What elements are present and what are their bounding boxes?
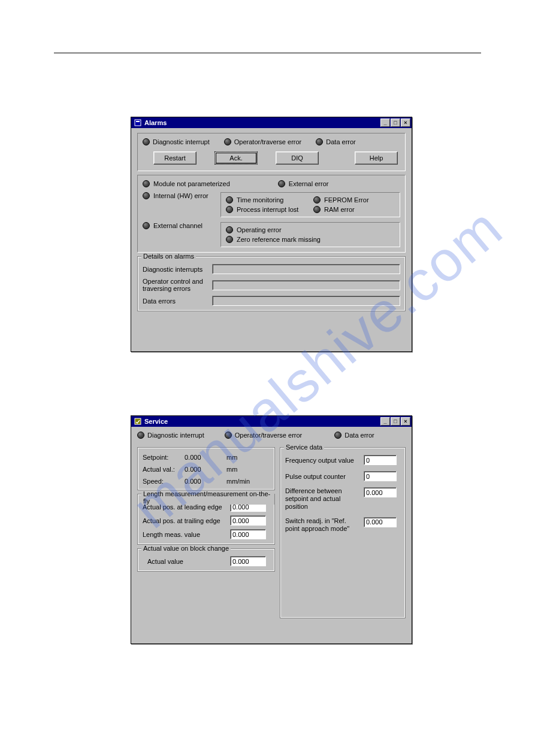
- field-diag-interrupts: [212, 264, 400, 274]
- details-on-alarms-group: Details on alarms Diagnostic interrupts …: [137, 256, 406, 311]
- minimize-button[interactable]: _: [380, 417, 390, 426]
- service-data-title: Service data: [284, 444, 324, 451]
- label-external-error: External error: [289, 180, 329, 187]
- led-internal-hw: [143, 192, 150, 199]
- field-trailing-edge[interactable]: 0.000: [230, 515, 266, 526]
- led-process-int-lost: [226, 206, 233, 213]
- svc-label-diagnostic-interrupt: Diagnostic interrupt: [147, 432, 204, 439]
- label-data-error: Data error: [326, 138, 356, 145]
- minimize-button[interactable]: _: [380, 119, 390, 127]
- led-zero-ref: [226, 236, 233, 243]
- length-group-title: Length measurement/measurement on-the-fl…: [141, 490, 274, 505]
- svc-led-data-error: [334, 432, 341, 439]
- unit-actual-val: mm: [226, 466, 256, 473]
- label-process-int-lost: Process interrupt lost: [237, 206, 298, 213]
- led-external-channel: [143, 222, 150, 229]
- alarms-title-text: Alarms: [144, 119, 380, 126]
- label-diff-setpoint: Difference between setpoint and actual p…: [285, 487, 360, 511]
- field-block-actual[interactable]: 0.000: [230, 556, 266, 566]
- unit-setpoint: mm: [226, 454, 256, 461]
- service-dialog: Service _ □ × Diagnostic interrupt Opera…: [131, 415, 412, 644]
- label-diag-interrupts: Diagnostic interrupts: [143, 266, 208, 273]
- restart-button[interactable]: Restart: [153, 151, 197, 165]
- led-feprom: [313, 196, 321, 204]
- field-diff-setpoint[interactable]: 0.000: [364, 487, 397, 497]
- close-button[interactable]: ×: [401, 119, 410, 127]
- alarms-status-section: Module not parameterized External error …: [137, 175, 406, 253]
- label-actual-val: Actual val.:: [143, 466, 185, 473]
- field-switch-readj[interactable]: 0.000: [364, 517, 397, 527]
- block-change-group: Actual value on block change Actual valu…: [137, 548, 275, 572]
- page-header-rule: [54, 53, 481, 53]
- unit-speed: mm/min: [226, 478, 256, 485]
- label-time-monitoring: Time monitoring: [237, 196, 283, 204]
- label-freq-output: Frequency output value: [285, 457, 360, 464]
- alarms-window-icon: [134, 119, 142, 127]
- maximize-button[interactable]: □: [391, 119, 400, 127]
- label-speed: Speed:: [143, 478, 185, 485]
- label-internal-hw: Internal (HW) error: [153, 192, 208, 199]
- label-length-meas: Length meas. value: [143, 531, 226, 538]
- field-pulse-counter[interactable]: 0: [364, 471, 397, 481]
- label-zero-ref: Zero reference mark missing: [237, 236, 321, 243]
- label-data-err: Data errors: [143, 297, 208, 305]
- label-external-channel: External channel: [153, 222, 202, 229]
- led-time-monitoring: [226, 196, 233, 204]
- length-measurement-group: Length measurement/measurement on-the-fl…: [137, 494, 275, 545]
- diq-button[interactable]: DIQ: [276, 151, 319, 165]
- label-feprom: FEPROM Error: [324, 196, 369, 204]
- label-op-ctrl: Operator control and traversing errors: [143, 278, 208, 292]
- value-actual-val: 0.000: [185, 466, 226, 473]
- help-button[interactable]: Help: [355, 151, 398, 165]
- label-diagnostic-interrupt: Diagnostic interrupt: [153, 138, 210, 145]
- value-speed: 0.000: [185, 478, 226, 485]
- field-length-meas[interactable]: 0.000: [230, 529, 266, 539]
- hw-error-panel: Time monitoring FEPROM Error Process int…: [220, 192, 400, 217]
- svg-rect-2: [135, 418, 141, 424]
- svc-led-diagnostic-interrupt: [137, 432, 144, 439]
- label-ram-error: RAM error: [324, 206, 355, 213]
- svg-rect-0: [135, 120, 141, 126]
- field-freq-output[interactable]: 0: [364, 455, 397, 465]
- svc-label-data-error: Data error: [344, 432, 374, 439]
- service-window-icon: [134, 417, 142, 426]
- service-titlebar: Service _ □ ×: [131, 416, 412, 427]
- details-title: Details on alarms: [141, 253, 196, 260]
- led-operating-error: [226, 226, 233, 233]
- led-external-error: [278, 180, 285, 187]
- svg-rect-1: [136, 121, 140, 122]
- label-trailing-edge: Actual pos. at trailing edge: [143, 517, 226, 524]
- led-operator-traverse: [224, 138, 231, 145]
- value-setpoint: 0.000: [185, 454, 226, 461]
- block-group-title: Actual value on block change: [141, 545, 231, 552]
- channel-error-panel: Operating error Zero reference mark miss…: [220, 222, 400, 247]
- label-switch-readj: Switch readj. in "Ref. point approach mo…: [285, 517, 360, 533]
- field-op-ctrl: [212, 280, 400, 290]
- led-diagnostic-interrupt: [143, 138, 150, 145]
- ack-button[interactable]: Ack.: [214, 151, 258, 165]
- svc-led-operator-traverse: [225, 432, 232, 439]
- alarms-top-section: Diagnostic interrupt Operator/traverse e…: [137, 133, 406, 171]
- alarms-titlebar: Alarms _ □ ×: [131, 117, 412, 128]
- led-module-not-param: [143, 180, 150, 187]
- svc-label-operator-traverse: Operator/traverse error: [235, 432, 302, 439]
- maximize-button[interactable]: □: [391, 417, 400, 426]
- values-group: Setpoint: 0.000 mm Actual val.: 0.000 mm…: [137, 447, 275, 490]
- led-data-error: [316, 138, 323, 145]
- close-button[interactable]: ×: [401, 417, 410, 426]
- field-data-err: [212, 296, 400, 306]
- label-pulse-counter: Pulse output counter: [285, 473, 360, 480]
- led-ram-error: [313, 206, 321, 213]
- label-module-not-param: Module not parameterized: [153, 180, 230, 187]
- label-operating-error: Operating error: [237, 226, 282, 233]
- service-data-group: Service data Frequency output value0 Pul…: [280, 447, 406, 618]
- label-block-actual: Actual value: [143, 558, 226, 565]
- label-operator-traverse: Operator/traverse error: [234, 138, 301, 145]
- service-title-text: Service: [144, 418, 380, 425]
- alarms-dialog: Alarms _ □ × Diagnostic interrupt Operat…: [131, 117, 412, 352]
- label-setpoint: Setpoint:: [143, 454, 185, 461]
